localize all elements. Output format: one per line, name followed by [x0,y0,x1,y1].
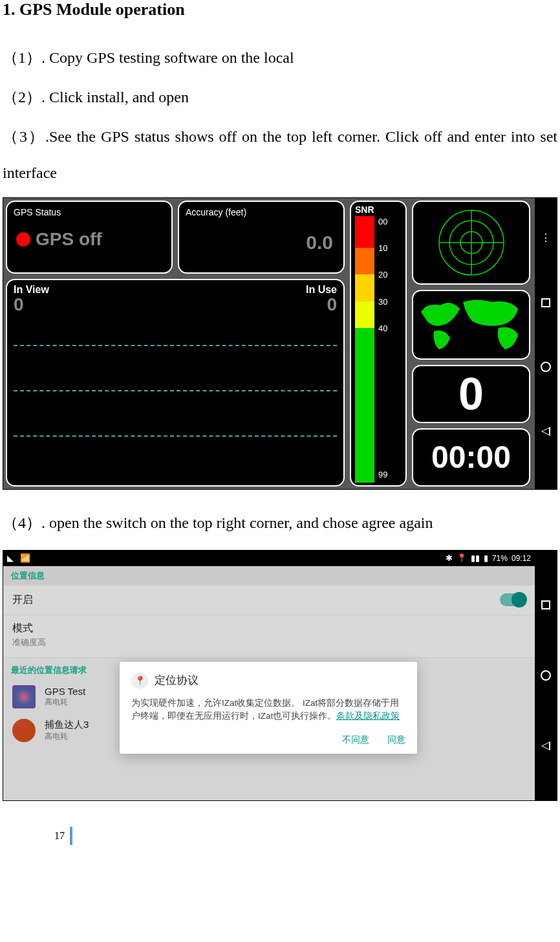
screenshot-location-settings: ◣ 📶 ✱ 📍 ▮▮ ▮ 71% 09:12 位置信息 开启 模式 准确度高 [3,550,557,801]
dialog-location-icon: 📍 [131,672,148,689]
step-2: （2）. Click install, and open [3,80,557,115]
android-nav-bar [535,551,557,800]
grid-line [14,390,337,391]
snr-tick: 30 [378,296,387,306]
snr-tick: 20 [378,270,387,279]
wifi-icon: 📶 [20,553,30,563]
android-nav-bar: ⋮ [535,198,557,489]
snr-tick: 10 [378,243,387,253]
footer-accent-bar [70,827,72,845]
location-agreement-dialog: 📍 定位协议 为实现硬件加速，允许IZat收集定位数据。 IZat将部分数据存储… [120,662,417,754]
world-map-icon [415,292,528,357]
in-use-value: 0 [327,294,337,315]
location-icon: 📍 [457,553,467,563]
back-button[interactable] [541,741,550,750]
step-3: （3）.See the GPS status shows off on the … [3,119,557,190]
gps-status-card[interactable]: GPS Status GPS off [6,201,173,274]
page-number: 17 [54,830,65,842]
grid-line [14,345,337,346]
compass-icon [436,207,507,278]
gps-off-text: GPS off [36,229,102,250]
nav-arrow-icon: ◣ [7,553,14,563]
recent-apps-button[interactable] [541,600,550,609]
snr-tick: 99 [378,470,387,479]
snr-card: SNR 00 10 20 30 40 99 [350,201,407,487]
battery-percent: 71% [492,554,508,563]
in-view-value: 0 [14,294,24,315]
accuracy-value: 0.0 [186,232,337,254]
step-1: （1）. Copy GPS testing software on the lo… [3,40,557,76]
home-button[interactable] [541,362,551,372]
screenshot-gps-app: GPS Status GPS off Accuracy (feet) 0.0 I… [3,197,557,490]
bluetooth-icon: ✱ [446,553,453,563]
page-footer: 17 [54,827,557,845]
status-time: 09:12 [512,554,531,563]
battery-icon: ▮ [484,553,488,563]
time-card: 00:00 [412,428,530,487]
snr-tick: 40 [378,323,387,333]
dialog-terms-link[interactable]: 条款及隐私政策 [336,711,400,721]
snr-label: SNR [355,204,402,215]
recent-apps-button[interactable] [541,298,550,307]
status-bar: ◣ 📶 ✱ 📍 ▮▮ ▮ 71% 09:12 [3,551,535,566]
grid-line [14,435,337,437]
time-value: 00:00 [431,439,511,475]
accuracy-label: Accuracy (feet) [186,207,337,217]
satellites-card: In View In Use 0 0 [6,279,345,487]
snr-tick: 00 [378,216,387,226]
gps-status-label: GPS Status [14,207,165,217]
speed-card: 0 [412,365,530,423]
back-button[interactable] [541,427,550,436]
compass-card [412,201,530,285]
speed-value: 0 [458,368,484,420]
signal-icon: ▮▮ [471,553,480,563]
home-button[interactable] [541,670,551,681]
gps-off-indicator-icon [16,232,30,246]
step-4: （4）. open the switch on the top right co… [3,505,557,541]
accuracy-card: Accuracy (feet) 0.0 [178,201,345,274]
disagree-button[interactable]: 不同意 [342,734,369,746]
agree-button[interactable]: 同意 [387,734,405,746]
world-map-card [412,290,530,360]
dialog-body: 为实现硬件加速，允许IZat收集定位数据。 IZat将部分数据存储于用户终端，即… [131,697,405,723]
menu-icon[interactable]: ⋮ [541,232,551,244]
snr-scale: 00 10 20 30 40 99 [355,216,374,483]
dialog-title: 定位协议 [155,673,199,688]
section-heading: 1. GPS Module operation [3,0,557,19]
